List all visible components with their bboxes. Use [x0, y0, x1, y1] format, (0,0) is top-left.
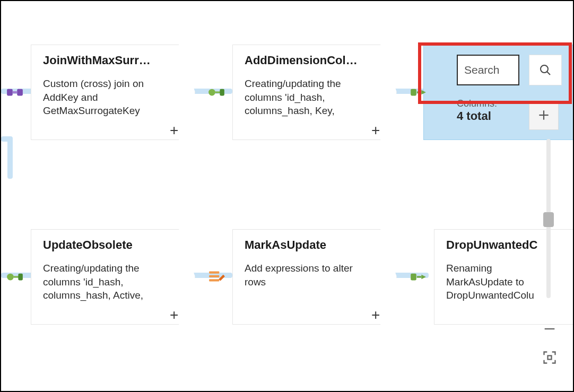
add-step-button[interactable]: + — [371, 122, 380, 139]
join-icon — [0, 45, 31, 140]
derived-column-icon — [0, 229, 31, 325]
node-title: MarkAsUpdate — [245, 238, 372, 252]
search-placeholder: Search — [464, 64, 500, 76]
svg-rect-4 — [220, 89, 224, 96]
svg-rect-5 — [411, 89, 416, 96]
node-drop-unwanted[interactable]: DropUnwantedC Renaming MarkAsUpdate to D… — [434, 229, 574, 325]
columns-label: Columns: — [457, 98, 497, 109]
node-description: Renaming MarkAsUpdate to DropUnwantedCol… — [446, 262, 550, 305]
node-description: Creating/updating the columns 'id_hash, … — [245, 77, 375, 120]
svg-rect-13 — [209, 275, 219, 277]
node-title: DropUnwantedC — [446, 238, 552, 252]
minus-icon — [542, 321, 557, 336]
add-column-button[interactable] — [529, 100, 559, 130]
svg-rect-11 — [18, 274, 23, 281]
search-button[interactable] — [529, 55, 562, 85]
select-icon — [402, 45, 434, 140]
derived-column-icon — [201, 45, 232, 140]
select-icon — [402, 229, 434, 325]
add-step-button[interactable]: + — [170, 122, 178, 139]
node-title: UpdateObsolete — [43, 238, 170, 252]
svg-rect-12 — [209, 271, 219, 273]
zoom-fit-button[interactable] — [539, 350, 560, 365]
svg-rect-14 — [209, 279, 219, 281]
svg-point-6 — [541, 65, 548, 73]
node-description: Creating/updating the columns 'id_hash, … — [43, 262, 173, 305]
svg-point-3 — [208, 89, 215, 96]
alter-row-icon — [201, 229, 232, 325]
zoom-out-button[interactable] — [539, 321, 560, 337]
node-description: Custom (cross) join on AddKey and GetMax… — [43, 77, 173, 118]
flow-canvas[interactable]: JoinWithMaxSurr… Custom (cross) join on … — [1, 1, 573, 391]
plus-icon — [537, 108, 551, 122]
svg-rect-0 — [7, 89, 13, 96]
connector — [7, 136, 13, 179]
add-step-button[interactable]: + — [170, 307, 178, 324]
svg-line-7 — [547, 72, 550, 75]
add-step-button[interactable]: + — [371, 307, 380, 324]
vertical-scrollbar-thumb[interactable] — [543, 212, 554, 227]
svg-point-10 — [7, 274, 14, 281]
node-title: JoinWithMaxSurr… — [43, 54, 170, 67]
svg-rect-17 — [548, 356, 552, 360]
svg-rect-1 — [17, 89, 23, 96]
node-selected-columns[interactable]: Search Columns: 4 total — [423, 45, 574, 140]
columns-count: 4 total — [457, 109, 497, 123]
node-description: Add expressions to alter rows — [245, 262, 375, 289]
svg-rect-2 — [13, 91, 18, 93]
search-icon — [539, 64, 552, 76]
svg-rect-15 — [411, 274, 416, 281]
fit-screen-icon — [542, 350, 557, 365]
search-input[interactable]: Search — [457, 55, 519, 85]
zoom-controls — [532, 321, 568, 365]
node-title: AddDimensionCol… — [245, 54, 372, 67]
